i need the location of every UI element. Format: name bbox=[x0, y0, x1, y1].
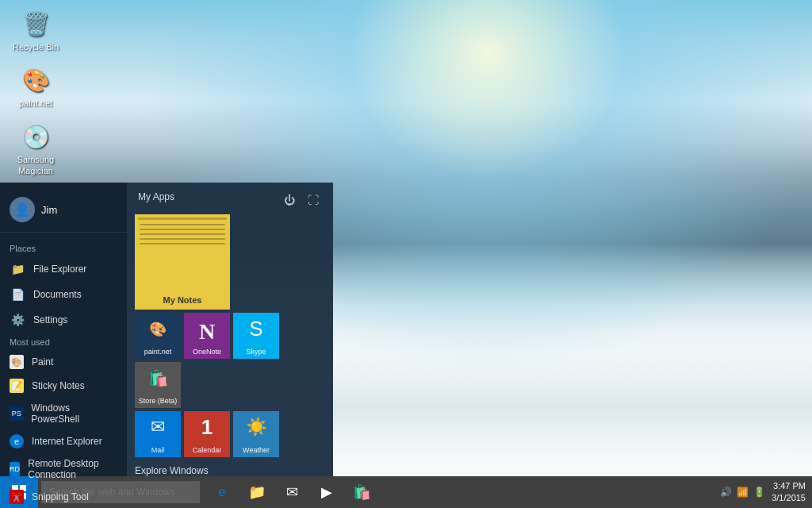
note-line-5 bbox=[140, 243, 225, 244]
snipping-label: Snipping Tool bbox=[32, 491, 89, 502]
menu-item-documents[interactable]: 📄 Documents bbox=[0, 282, 127, 307]
taskbar-media-icon[interactable]: ▶ bbox=[311, 476, 343, 508]
start-menu-left: 👤 Jim Places 📁 File Explorer 📄 Documents… bbox=[0, 183, 127, 476]
mail-label: Mail bbox=[136, 446, 179, 455]
rdp-icon: RD bbox=[10, 462, 20, 476]
note-line-3 bbox=[140, 233, 225, 235]
expand-button[interactable]: ⛶ bbox=[304, 190, 322, 210]
rdp-label: Remote Desktop Connection bbox=[28, 458, 117, 480]
file-explorer-icon: 📁 bbox=[10, 261, 25, 277]
taskbar-mail-icon[interactable]: ✉ bbox=[276, 476, 308, 508]
user-name: Jim bbox=[41, 204, 57, 216]
note-line-4 bbox=[140, 238, 225, 240]
power-button[interactable]: ⏻ bbox=[281, 190, 298, 210]
menu-item-sticky-notes[interactable]: 📝 Sticky Notes bbox=[0, 374, 127, 398]
powershell-label: Windows PowerShell bbox=[31, 402, 117, 425]
menu-item-paint[interactable]: 🎨 Paint bbox=[0, 350, 127, 374]
menu-item-settings[interactable]: ⚙️ Settings bbox=[0, 307, 127, 333]
small-tiles-group: 🎨 paint.net N OneNote 🛍️ Sto bbox=[135, 313, 230, 408]
my-apps-title: My Apps bbox=[138, 191, 174, 202]
skype-label: Skype bbox=[235, 348, 278, 356]
tray-battery-icon: 🔋 bbox=[753, 487, 765, 498]
tile-weather[interactable]: ☀️ Weather bbox=[233, 411, 279, 457]
taskbar-ie-icon[interactable]: e bbox=[206, 476, 238, 508]
settings-label: Settings bbox=[33, 314, 67, 325]
small-tiles-row2: 🛍️ Store (Beta) bbox=[135, 362, 230, 408]
weather-icon: ☀️ bbox=[246, 417, 267, 437]
skype-icon: S bbox=[249, 317, 262, 341]
watermark: Windows 10 Technical Preview Evaluation … bbox=[708, 451, 806, 472]
clock-time: 3:47 PM bbox=[772, 480, 806, 492]
tray-network-icon: 📶 bbox=[737, 487, 749, 498]
watermark-line1: Windows 10 Technical Preview bbox=[708, 451, 806, 462]
onenote-label: OneNote bbox=[186, 348, 228, 356]
note-line-2 bbox=[140, 229, 225, 230]
tile-paintnet[interactable]: 🎨 paint.net bbox=[135, 313, 181, 359]
start-menu-right: My Apps ⏻ ⛶ My Notes bbox=[127, 183, 333, 476]
taskbar-store-icon[interactable]: 🛍️ bbox=[346, 476, 377, 508]
menu-item-file-explorer[interactable]: 📁 File Explorer bbox=[0, 256, 127, 282]
my-apps-tiles: My Notes 🎨 paint.net N OneNote bbox=[135, 214, 325, 457]
paint-icon: 🎨 bbox=[10, 355, 24, 369]
small-tiles-row1: 🎨 paint.net N OneNote bbox=[135, 313, 230, 359]
menu-item-powershell[interactable]: PS Windows PowerShell bbox=[0, 398, 127, 429]
places-title: Places bbox=[0, 239, 127, 256]
ie-label: Internet Explorer bbox=[32, 436, 102, 447]
weather-label: Weather bbox=[235, 446, 278, 455]
note-line-1 bbox=[140, 224, 225, 225]
tile-onenote[interactable]: N OneNote bbox=[184, 313, 230, 359]
paintnet-image: 🎨 bbox=[20, 64, 52, 96]
tile-my-notes[interactable]: My Notes bbox=[135, 214, 230, 310]
system-clock[interactable]: 3:47 PM 3/1/2015 bbox=[772, 480, 806, 505]
clock-date: 3/1/2015 bbox=[772, 492, 806, 504]
user-section: 👤 Jim bbox=[0, 190, 127, 233]
snipping-icon: ✂️ bbox=[10, 490, 24, 504]
tray-speech-icon: 🔊 bbox=[720, 487, 732, 498]
onenote-icon: N bbox=[199, 319, 215, 344]
calendar-label: Calendar bbox=[186, 446, 228, 455]
store-tile-icon: 🛍️ bbox=[148, 368, 168, 387]
taskbar-folder-icon[interactable]: 📁 bbox=[241, 476, 273, 508]
taskbar-right: 🔊 📶 🔋 3:47 PM 3/1/2015 bbox=[720, 480, 812, 505]
tile-calendar[interactable]: 1 Calendar bbox=[184, 411, 230, 457]
documents-icon: 📄 bbox=[10, 287, 25, 302]
powershell-icon: PS bbox=[10, 406, 23, 421]
watermark-line2: Evaluation copy. Build 9926 bbox=[708, 462, 806, 473]
mail-icon: ✉ bbox=[151, 417, 165, 437]
sticky-notes-label: Sticky Notes bbox=[32, 380, 85, 391]
explore-title: Explore Windows bbox=[135, 465, 325, 476]
user-avatar: 👤 bbox=[10, 197, 35, 222]
tile-mail[interactable]: ✉ Mail bbox=[135, 411, 181, 457]
recycle-bin-label: Recycle Bin bbox=[13, 42, 59, 52]
tile-store[interactable]: 🛍️ Store (Beta) bbox=[135, 362, 181, 408]
paintnet-label: paint.net bbox=[19, 98, 52, 109]
desktop-icons: 🗑️ Recycle Bin 🎨 paint.net 💿 SamsungMagi… bbox=[8, 8, 63, 176]
paintnet-icon[interactable]: 🎨 paint.net bbox=[8, 64, 63, 109]
ie-icon: e bbox=[10, 434, 24, 448]
samsung-image: 💿 bbox=[20, 121, 52, 152]
recycle-bin-icon[interactable]: 🗑️ Recycle Bin bbox=[8, 8, 63, 52]
store-tile-label: Store (Beta) bbox=[136, 397, 179, 406]
recycle-bin-image: 🗑️ bbox=[20, 8, 52, 40]
documents-label: Documents bbox=[33, 289, 82, 300]
note-lines bbox=[140, 224, 225, 297]
menu-item-snipping[interactable]: ✂️ Snipping Tool bbox=[0, 485, 127, 508]
paint-label: Paint bbox=[32, 356, 53, 368]
settings-icon: ⚙️ bbox=[10, 312, 25, 328]
menu-item-rdp[interactable]: RD Remote Desktop Connection bbox=[0, 453, 127, 485]
taskbar-app-icons: e 📁 ✉ ▶ 🛍️ bbox=[206, 476, 377, 508]
calendar-icon: 1 bbox=[201, 415, 213, 440]
file-explorer-label: File Explorer bbox=[33, 264, 86, 275]
desktop: 🗑️ Recycle Bin 🎨 paint.net 💿 SamsungMagi… bbox=[0, 0, 812, 508]
samsung-icon[interactable]: 💿 SamsungMagician bbox=[8, 121, 63, 175]
sticky-notes-icon: 📝 bbox=[10, 379, 24, 393]
samsung-label: SamsungMagician bbox=[17, 155, 54, 175]
my-notes-label: My Notes bbox=[136, 295, 228, 306]
paintnet-tile-label: paint.net bbox=[136, 348, 179, 356]
system-tray-icons: 🔊 📶 🔋 bbox=[720, 487, 765, 498]
start-menu-header: My Apps ⏻ ⛶ bbox=[135, 190, 325, 214]
paintnet-tile-icon: 🎨 bbox=[149, 321, 167, 338]
start-menu: 👤 Jim Places 📁 File Explorer 📄 Documents… bbox=[0, 183, 333, 476]
tile-skype[interactable]: S Skype bbox=[233, 313, 279, 359]
menu-item-ie[interactable]: e Internet Explorer bbox=[0, 429, 127, 453]
